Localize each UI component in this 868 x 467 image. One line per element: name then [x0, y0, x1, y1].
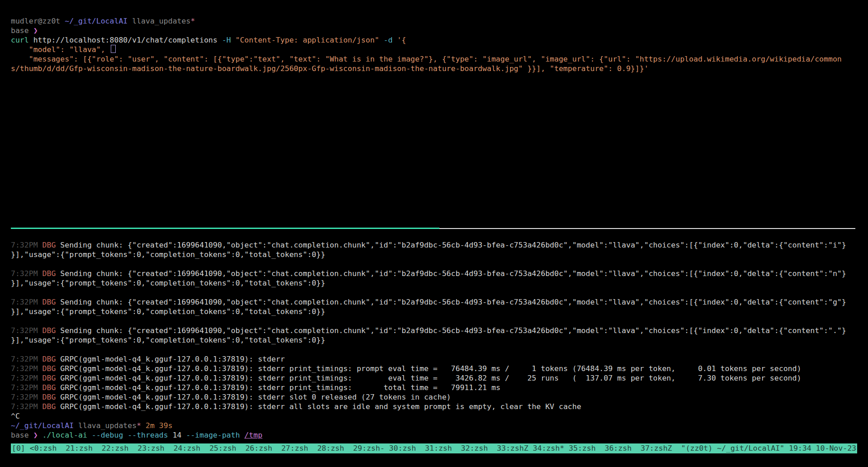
log-chunk-line: 7:32PM DBG Sending chunk: {"created":169…: [11, 269, 857, 278]
text-segment: "Content-Type: application/json": [236, 36, 384, 44]
text-segment: *: [190, 17, 195, 25]
text-segment: 7:32PM: [11, 241, 42, 249]
log-grpc-line: 7:32PM DBG GRPC(ggml-model-q4_k.gguf-127…: [11, 402, 857, 411]
text-segment: DBG: [42, 393, 61, 401]
text-segment: 7:32PM: [11, 269, 42, 278]
curl-body-model-line: "model": "llava",: [11, 45, 857, 54]
text-segment: '{: [397, 36, 406, 44]
text-segment: }],"usage":{"prompt_tokens":0,"completio…: [11, 307, 325, 316]
text-segment: 14: [173, 431, 186, 439]
text-segment: base: [11, 431, 33, 439]
shell-prompt-line: mudler@zz0t ~/_git/LocalAI llava_updates…: [11, 16, 857, 26]
text-segment: base: [11, 26, 33, 35]
tmux-window-33[interactable]: 33:zshZ: [497, 443, 533, 453]
text-segment: s/thumb/d/dd/Gfp-wisconsin-madison-the-n…: [11, 64, 649, 73]
text-segment: "model": "llava",: [11, 45, 110, 54]
bottom-pane-gap: [11, 233, 857, 240]
tmux-status-bar: [0] <0:zsh 21:zsh 22:zsh 23:zsh 24:zsh 2…: [11, 443, 857, 453]
text-segment: }],"usage":{"prompt_tokens":0,"completio…: [11, 336, 325, 344]
blank-line: [11, 345, 857, 354]
text-segment: 7:32PM: [11, 402, 42, 411]
log-chunk-line: 7:32PM DBG Sending chunk: {"created":169…: [11, 240, 857, 250]
curl-body-messages-wrap-line: s/thumb/d/dd/Gfp-wisconsin-madison-the-n…: [11, 64, 857, 73]
text-segment: --image-path: [186, 431, 244, 439]
text-segment: -H: [222, 36, 236, 44]
blank-line: [11, 259, 857, 269]
text-segment: GRPC(ggml-model-q4_k.gguf-127.0.0.1:3781…: [60, 383, 500, 392]
text-segment: Sending chunk: {"created":1699641090,"ob…: [60, 269, 846, 278]
log-grpc-line: 7:32PM DBG GRPC(ggml-model-q4_k.gguf-127…: [11, 392, 857, 402]
tmux-window-25[interactable]: 25:zsh: [209, 443, 245, 453]
tmux-window-37[interactable]: 37:zshZ: [641, 443, 672, 453]
text-segment: 7:32PM: [11, 364, 42, 373]
text-segment: --debug: [92, 431, 127, 439]
pane-divider-inactive-segment: [439, 228, 855, 229]
log-chunk-wrap-line: }],"usage":{"prompt_tokens":0,"completio…: [11, 307, 857, 316]
text-segment: 7:32PM: [11, 383, 42, 392]
tmux-window-list: <0:zsh 21:zsh 22:zsh 23:zsh 24:zsh 25:zs…: [30, 443, 672, 453]
text-segment: 7:32PM: [11, 298, 42, 306]
text-segment: *: [137, 421, 141, 430]
text-segment: GRPC(ggml-model-q4_k.gguf-127.0.0.1:3781…: [60, 374, 801, 382]
text-segment: Sending chunk: {"created":1699641090,"ob…: [60, 298, 846, 306]
log-grpc-line: 7:32PM DBG GRPC(ggml-model-q4_k.gguf-127…: [11, 354, 857, 364]
top-pane[interactable]: mudler@zz0t ~/_git/LocalAI llava_updates…: [11, 16, 857, 73]
text-segment: 7:32PM: [11, 326, 42, 335]
text-cursor: [111, 45, 116, 53]
log-chunk-line: 7:32PM DBG Sending chunk: {"created":169…: [11, 326, 857, 335]
blank-line: [11, 316, 857, 326]
tmux-window-0[interactable]: <0:zsh: [30, 443, 66, 453]
tmux-window-23[interactable]: 23:zsh: [137, 443, 173, 453]
log-grpc-line: 7:32PM DBG GRPC(ggml-model-q4_k.gguf-127…: [11, 383, 857, 392]
text-segment: GRPC(ggml-model-q4_k.gguf-127.0.0.1:3781…: [60, 393, 451, 401]
text-segment: ~/_git/LocalAI: [11, 421, 74, 430]
tmux-window-26[interactable]: 26:zsh: [245, 443, 281, 453]
log-chunk-wrap-line: }],"usage":{"prompt_tokens":0,"completio…: [11, 250, 857, 259]
terminal-screen[interactable]: mudler@zz0t ~/_git/LocalAI llava_updates…: [0, 0, 868, 467]
tmux-window-36[interactable]: 36:zsh: [605, 443, 641, 453]
text-segment: DBG: [42, 298, 61, 306]
text-segment: --threads: [127, 431, 172, 439]
bottom-pane[interactable]: 7:32PM DBG Sending chunk: {"created":169…: [11, 240, 857, 440]
pane-divider[interactable]: [11, 224, 857, 233]
log-chunk-line: 7:32PM DBG Sending chunk: {"created":169…: [11, 297, 857, 307]
log-chunk-wrap-line: }],"usage":{"prompt_tokens":0,"completio…: [11, 335, 857, 345]
text-segment: mudler@zz0t: [11, 17, 65, 25]
tmux-window-28[interactable]: 28:zsh: [317, 443, 353, 453]
tmux-window-35[interactable]: 35:zsh: [569, 443, 604, 453]
text-segment: ❯: [33, 26, 38, 35]
tmux-window-30[interactable]: 30:zsh: [389, 443, 425, 453]
text-segment: DBG: [42, 402, 61, 411]
tmux-window-24[interactable]: 24:zsh: [174, 443, 209, 453]
local-ai-command-line: base ❯ ./local-ai --debug --threads 14 -…: [11, 430, 857, 440]
tmux-session: mudler@zz0t ~/_git/LocalAI llava_updates…: [0, 0, 868, 467]
text-segment: }],"usage":{"prompt_tokens":0,"completio…: [11, 279, 325, 287]
tmux-window-31[interactable]: 31:zsh: [425, 443, 461, 453]
tmux-window-22[interactable]: 22:zsh: [102, 443, 137, 453]
tmux-window-32[interactable]: 32:zsh: [461, 443, 497, 453]
tmux-window-21[interactable]: 21:zsh: [66, 443, 101, 453]
text-segment: DBG: [42, 269, 61, 278]
tmux-window-29[interactable]: 29:zsh-: [353, 443, 389, 453]
tmux-window-27[interactable]: 27:zsh: [281, 443, 317, 453]
text-segment: http://localhost:8080/v1/chat/completion…: [33, 36, 222, 44]
text-segment: DBG: [42, 364, 61, 373]
text-segment: 2m 39s: [141, 421, 173, 430]
sigint-line: ^C: [11, 411, 857, 421]
text-segment: -d: [384, 36, 397, 44]
shell-prompt-line: base ❯: [11, 26, 857, 35]
tmux-status-right: "(zz0t) ~/_git/LocalAI" 19:34 10-Nov-23: [681, 443, 856, 453]
text-segment: ❯: [33, 431, 42, 439]
text-segment: 7:32PM: [11, 374, 42, 382]
tmux-session-badge: [0]: [12, 443, 30, 453]
log-grpc-line: 7:32PM DBG GRPC(ggml-model-q4_k.gguf-127…: [11, 364, 857, 373]
text-segment: GRPC(ggml-model-q4_k.gguf-127.0.0.1:3781…: [60, 402, 581, 411]
text-segment: "messages": [{"role": "user", "content":…: [11, 55, 842, 63]
tmux-window-34[interactable]: 34:zsh*: [533, 443, 569, 453]
tmux-status-left: [0] <0:zsh 21:zsh 22:zsh 23:zsh 24:zsh 2…: [12, 443, 672, 453]
blank-line: [11, 288, 857, 297]
text-segment: 7:32PM: [11, 355, 42, 363]
curl-body-messages-line: "messages": [{"role": "user", "content":…: [11, 54, 857, 64]
top-pane-empty-area: [11, 73, 857, 224]
text-segment: 7:32PM: [11, 393, 42, 401]
